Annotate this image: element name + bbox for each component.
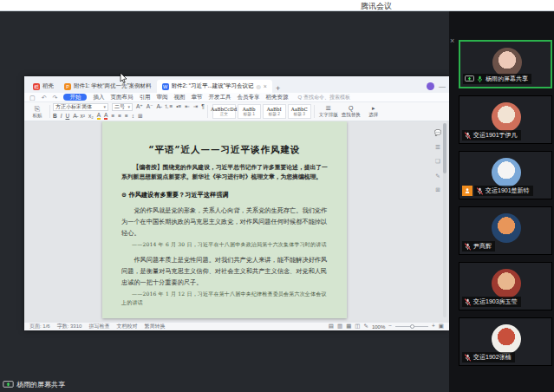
zoom-slider-knob[interactable] xyxy=(410,324,414,329)
wps-status-bar: 页面: 1/6 字数: 3310 拼写检查 文档校对 繁简转换 ▤ ▥ ▦ ◫ … xyxy=(24,322,449,330)
typeset-icon: ☰ xyxy=(326,105,331,112)
line-spacing-icon[interactable]: ↕ xyxy=(132,114,134,120)
menu-view[interactable]: 视图 xyxy=(173,95,185,101)
menu-docer-resources[interactable]: 稻壳资源 xyxy=(265,95,288,101)
tab-close-icon[interactable]: × xyxy=(264,83,267,89)
new-tab-button[interactable]: + xyxy=(276,84,280,93)
wps-account-avatar[interactable] xyxy=(427,82,434,90)
vertical-scrollbar[interactable] xyxy=(443,123,446,317)
bullet-list-icon[interactable]: •≡ xyxy=(176,104,181,110)
view-mode-page-icon[interactable]: ▥ xyxy=(337,323,342,330)
menu-page-layout[interactable]: 页面布局 xyxy=(110,95,133,101)
superscript-button[interactable]: x² xyxy=(81,114,85,120)
underline-button[interactable]: U xyxy=(66,114,70,120)
participant-tile[interactable]: 交运1901于伊凡 xyxy=(459,95,552,144)
participant-name: 杨雨的屏幕共享 xyxy=(486,75,528,83)
outline-icon[interactable]: ☰ xyxy=(435,145,440,151)
select-button[interactable]: ▸ 选择 xyxy=(362,103,385,120)
menu-sections[interactable]: 章节 xyxy=(191,95,202,101)
bookmark-icon[interactable]: ❏ xyxy=(435,159,440,165)
save-icon[interactable]: ▢ xyxy=(29,95,36,101)
align-left-icon[interactable]: ≡ xyxy=(111,114,114,120)
view-mode-web-icon[interactable]: ▦ xyxy=(346,323,351,330)
scrollbar-thumb[interactable] xyxy=(443,123,446,173)
zoom-slider[interactable] xyxy=(395,326,428,327)
menu-home[interactable]: 开始 xyxy=(63,94,87,101)
doc-proofread[interactable]: 文档校对 xyxy=(116,323,137,330)
convert-simplified-traditional[interactable]: 繁简转换 xyxy=(144,323,165,330)
numbered-list-icon[interactable]: ⒈≡ xyxy=(164,104,173,110)
docer-icon: 稻 xyxy=(33,83,40,90)
fullscreen-icon[interactable]: ▣ xyxy=(439,323,444,330)
align-right-icon[interactable]: ≡ xyxy=(125,114,128,120)
align-center-icon[interactable]: ≡ xyxy=(118,114,121,120)
mic-on-icon xyxy=(476,75,484,83)
paragraph-mark-icon[interactable]: ¶ xyxy=(201,104,205,110)
menu-dev-tools[interactable]: 开发工具 xyxy=(208,95,231,101)
tab-attachment-2-active[interactable]: W 附件2: “习近平...建设”学习会议记 ◎ × xyxy=(157,80,272,93)
writer-file-icon: W xyxy=(162,83,169,90)
subscript-button[interactable]: x₂ xyxy=(88,114,94,120)
wps-tab-bar: 稻 稻壳 P 附件1: 学校“两优一先”案例材料 W 附件2: “习近平...建… xyxy=(24,76,449,93)
menu-review[interactable]: 审阅 xyxy=(156,95,167,101)
screen-share-icon xyxy=(465,75,474,82)
text-typeset-button[interactable]: ☰ 文字排版 xyxy=(317,103,340,120)
divider xyxy=(314,105,315,118)
pen-icon[interactable]: ✎ xyxy=(435,173,440,180)
increase-font-icon[interactable]: A⁺ xyxy=(136,104,143,110)
ribbon-search[interactable]: Q 查找命令、搜索模板 xyxy=(297,94,350,101)
search-icon: Q xyxy=(297,95,302,100)
tab-pin-icon[interactable]: ◎ xyxy=(257,83,261,89)
highlight-color-button[interactable]: A xyxy=(97,113,101,121)
style-heading3[interactable]: AaBbC 标题 3 xyxy=(288,104,311,119)
participant-tile[interactable]: 尹高辉 xyxy=(459,206,552,255)
avatar xyxy=(492,48,522,77)
style-heading1[interactable]: AaBb 标题 1 xyxy=(238,104,261,119)
wps-ribbon-menu: ▢ ↶ ↷ 开始 插入 页面布局 引用 审阅 视图 章节 开发工具 会员专享 稻… xyxy=(24,93,449,102)
font-name-select[interactable]: 方正小标宋简体▾ xyxy=(53,103,108,111)
tab-label: 附件2: “习近平...建设”学习会议记 xyxy=(172,82,254,90)
participant-tile[interactable]: 交运1902张楠 xyxy=(459,317,552,366)
font-size-select[interactable]: 二号▾ xyxy=(112,103,133,111)
menu-insert[interactable]: 插入 xyxy=(93,95,104,101)
avatar xyxy=(492,102,521,132)
divider xyxy=(49,105,50,118)
tab-attachment-1[interactable]: P 附件1: 学校“两优一先”案例材料 xyxy=(59,80,157,93)
document-page[interactable]: “平语”近人——习近平谈作风建设 【编者按】围绕党的作风建设，习近平总书记作了许… xyxy=(102,121,347,318)
bold-button[interactable]: B xyxy=(53,114,57,120)
eye-protect-icon[interactable]: ✎ xyxy=(363,323,368,330)
outdent-icon[interactable]: ⇤ xyxy=(185,104,189,110)
settings-icon[interactable]: ⊞ xyxy=(435,187,440,193)
strikethrough-button[interactable]: A̶ xyxy=(73,114,76,120)
paste-button[interactable]: ⎘ 粘贴 xyxy=(28,103,47,120)
sidebar-collapse-icon[interactable]: × xyxy=(450,37,454,45)
shading-icon[interactable]: ⊞ xyxy=(138,114,142,120)
view-mode-outline-icon[interactable]: ◫ xyxy=(355,323,360,330)
zoom-in-icon[interactable]: + xyxy=(432,323,435,330)
indent-icon[interactable]: ⇥ xyxy=(193,104,198,110)
style-normal[interactable]: AaBbCcDd 正文 xyxy=(212,104,236,119)
document-canvas: “平语”近人——习近平谈作风建设 【编者按】围绕党的作风建设，习近平总书记作了许… xyxy=(24,121,449,322)
participant-tile[interactable]: 交运1901楚新特 xyxy=(459,151,552,199)
participant-tile[interactable]: 杨雨的屏幕共享 xyxy=(459,40,552,88)
font-color-button[interactable]: A xyxy=(104,113,108,121)
menu-member[interactable]: 会员专享 xyxy=(237,95,259,101)
app-title-bar: 腾讯会议 xyxy=(0,0,554,11)
participant-tile[interactable]: 交运1903房玉莹 xyxy=(459,262,552,310)
view-mode-read-icon[interactable]: ▤ xyxy=(329,323,334,330)
clear-format-icon[interactable]: A̶ xyxy=(157,104,160,110)
comment-icon[interactable]: 💬 xyxy=(434,130,441,136)
decrease-font-icon[interactable]: A⁻ xyxy=(147,104,153,110)
italic-button[interactable]: I xyxy=(61,114,62,120)
zoom-percent[interactable]: 100% xyxy=(372,324,385,330)
window-minimize-icon[interactable]: — xyxy=(439,82,446,90)
tab-label: 附件1: 学校“两优一先”案例材料 xyxy=(74,82,152,90)
find-replace-button[interactable]: Q 查找替换 xyxy=(340,103,362,120)
redo-icon[interactable]: ↷ xyxy=(53,95,58,101)
spell-check[interactable]: 拼写检查 xyxy=(88,323,109,330)
menu-references[interactable]: 引用 xyxy=(139,95,150,101)
undo-icon[interactable]: ↶ xyxy=(42,95,47,101)
tab-docer-home[interactable]: 稻 稻壳 xyxy=(28,80,59,93)
style-heading2[interactable]: AaBbI 标题 2 xyxy=(263,104,286,119)
zoom-out-icon[interactable]: − xyxy=(388,323,392,330)
